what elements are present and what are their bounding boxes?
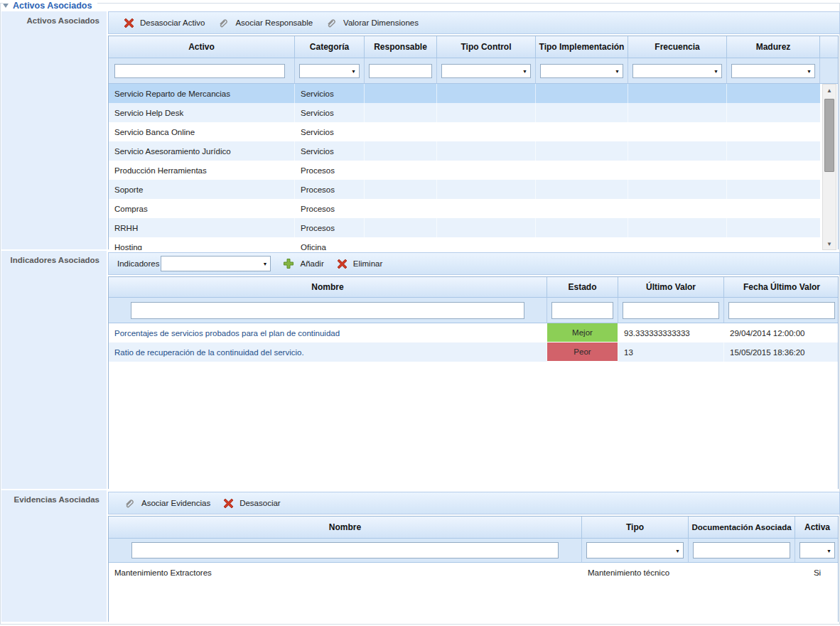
col-header-activo[interactable]: Activo	[109, 36, 295, 58]
chevron-down-icon: ▼	[675, 548, 680, 553]
desasociar-evidencia-label: Desasociar	[239, 499, 281, 507]
red-x-icon	[337, 259, 348, 269]
cell-categoria: Oficina	[295, 237, 365, 250]
cell-categoria: Procesos	[295, 218, 365, 237]
evidencias-grid: Nombre Tipo Documentación Asociada Activ…	[108, 516, 839, 622]
col-header-documentacion[interactable]: Documentación Asociada	[689, 517, 795, 538]
section-label-indicadores: Indicadores Asociados	[1, 251, 107, 489]
madurez-filter-select[interactable]: ▼	[731, 64, 815, 78]
cell-documentacion	[689, 563, 795, 582]
collapse-toggle-icon[interactable]	[3, 4, 9, 8]
activos-grid-body: Servicio Reparto de Mercancias Servicios…	[109, 84, 838, 250]
col-header-tipo-control[interactable]: Tipo Control	[437, 36, 536, 58]
scrollbar-thumb[interactable]	[824, 99, 834, 172]
activos-toolbar: Desasociar Activo Asociar Responsable Va…	[108, 11, 840, 34]
valorar-dimensiones-button[interactable]: Valorar Dimensiones	[319, 14, 425, 32]
cell-nombre: Ratio de recuperación de la continuidad …	[109, 342, 547, 362]
tipo-control-filter-select[interactable]: ▼	[441, 64, 531, 78]
ultimo-valor-filter-input[interactable]	[623, 302, 719, 319]
chevron-down-icon: ▼	[263, 261, 268, 266]
col-header-ultimo-valor[interactable]: Último Valor	[618, 277, 724, 297]
eliminar-button[interactable]: Eliminar	[330, 256, 389, 272]
categoria-filter-select[interactable]: ▼	[299, 64, 360, 78]
activos-filter-row: ▼ ▼ ▼ ▼ ▼	[109, 58, 838, 84]
asociar-responsable-button[interactable]: Asociar Responsable	[211, 14, 319, 32]
col-header-frecuencia[interactable]: Frecuencia	[628, 36, 727, 58]
cell-activo: Servicio Reparto de Mercancias	[109, 84, 295, 103]
activo-filter-input[interactable]	[114, 64, 285, 78]
table-row[interactable]: Soporte Procesos	[109, 180, 820, 199]
table-row[interactable]: Servicio Help Desk Servicios	[109, 103, 820, 122]
table-row[interactable]: Porcentajes de servicios probados para e…	[109, 323, 838, 342]
table-row[interactable]: Producción Herramientas Procesos	[109, 161, 820, 180]
cell-activo: RRHH	[109, 218, 295, 237]
col-header-categoria[interactable]: Categoría	[295, 36, 365, 58]
cell-estado: Mejor	[547, 323, 618, 342]
cell-categoria: Procesos	[295, 180, 365, 199]
table-row[interactable]: Ratio de recuperación de la continuidad …	[109, 342, 838, 362]
red-x-icon	[124, 18, 134, 28]
cell-nombre: Mantenimiento Extractores	[109, 563, 582, 582]
cell-activo: Soporte	[109, 180, 295, 199]
indicadores-filter-row	[109, 298, 838, 323]
evidencias-grid-header: Nombre Tipo Documentación Asociada Activ…	[109, 517, 838, 539]
indicator-link[interactable]: Ratio de recuperación de la continuidad …	[114, 348, 304, 357]
indicator-link[interactable]: Porcentajes de servicios probados para e…	[114, 329, 340, 338]
asociar-evidencias-button[interactable]: Asociar Evidencias	[117, 495, 217, 512]
cell-fecha: 15/05/2015 18:36:20	[724, 342, 838, 362]
scroll-up-button[interactable]: ▲	[823, 85, 836, 96]
panel-legend: Activos Asociados	[3, 0, 97, 11]
cell-fecha: 29/04/2014 12:00:00	[724, 323, 838, 342]
table-row[interactable]: Servicio Reparto de Mercancias Servicios	[109, 84, 820, 103]
table-row[interactable]: Mantenimiento Extractores Mantenimiento …	[109, 563, 838, 582]
cell-categoria: Servicios	[295, 122, 365, 141]
anadir-button[interactable]: Añadir	[276, 255, 330, 272]
anadir-label: Añadir	[300, 259, 323, 268]
col-header-fecha-ultimo-valor[interactable]: Fecha Último Valor	[724, 277, 839, 297]
scroll-down-button[interactable]: ▼	[823, 238, 836, 249]
col-header-madurez[interactable]: Madurez	[727, 36, 820, 58]
table-row[interactable]: Servicio Banca Online Servicios	[109, 122, 820, 141]
vertical-scrollbar[interactable]: ▲ ▼	[822, 84, 836, 250]
table-row[interactable]: RRHH Procesos	[109, 218, 820, 237]
activa-filter-select[interactable]: ▼	[799, 542, 835, 558]
table-row[interactable]: Compras Procesos	[109, 199, 820, 218]
red-x-icon	[223, 498, 234, 509]
panel-title: Activos Asociados	[13, 1, 92, 11]
chevron-down-icon: ▼	[714, 68, 718, 73]
frecuencia-filter-select[interactable]: ▼	[632, 64, 722, 78]
status-badge: Mejor	[547, 323, 618, 342]
col-header-responsable[interactable]: Responsable	[365, 36, 437, 58]
col-header-tipo[interactable]: Tipo	[582, 517, 689, 538]
col-header-tipo-implementacion[interactable]: Tipo Implementación	[536, 36, 628, 58]
table-row[interactable]: Hosting Oficina	[109, 237, 820, 250]
col-header-nombre[interactable]: Nombre	[109, 517, 582, 538]
documentacion-filter-input[interactable]	[693, 542, 790, 558]
estado-filter-input[interactable]	[551, 302, 613, 319]
table-row[interactable]: Servicio Asesoramiento Jurídico Servicio…	[109, 141, 820, 161]
desasociar-evidencia-button[interactable]: Desasociar	[217, 495, 287, 512]
cell-categoria: Servicios	[295, 141, 365, 161]
evidencias-filter-row: ▼ ▼	[109, 539, 838, 563]
activos-rows: Servicio Reparto de Mercancias Servicios…	[109, 84, 820, 250]
paperclip-icon	[217, 17, 230, 29]
col-header-estado[interactable]: Estado	[547, 277, 618, 297]
responsable-filter-input[interactable]	[369, 64, 432, 78]
desasociar-activo-button[interactable]: Desasociar Activo	[117, 15, 211, 31]
tipo-implementacion-filter-select[interactable]: ▼	[540, 64, 623, 78]
tipo-filter-select[interactable]: ▼	[586, 542, 684, 558]
nombre-filter-input[interactable]	[131, 542, 559, 558]
col-header-nombre[interactable]: Nombre	[109, 277, 547, 297]
section-label-activos: Activos Asociados	[1, 11, 107, 249]
cell-estado: Peor	[547, 342, 618, 362]
status-badge: Peor	[547, 342, 618, 362]
cell-activo: Hosting	[109, 237, 295, 250]
col-header-activa[interactable]: Activa	[795, 517, 839, 538]
cell-tipo: Mantenimiento técnico	[582, 563, 689, 582]
nombre-filter-input[interactable]	[131, 302, 524, 319]
paperclip-icon	[325, 17, 338, 29]
cell-activo: Servicio Help Desk	[109, 103, 295, 122]
cell-categoria: Procesos	[295, 199, 365, 218]
fecha-filter-input[interactable]	[728, 302, 835, 319]
indicadores-select[interactable]: ▼	[161, 256, 271, 271]
